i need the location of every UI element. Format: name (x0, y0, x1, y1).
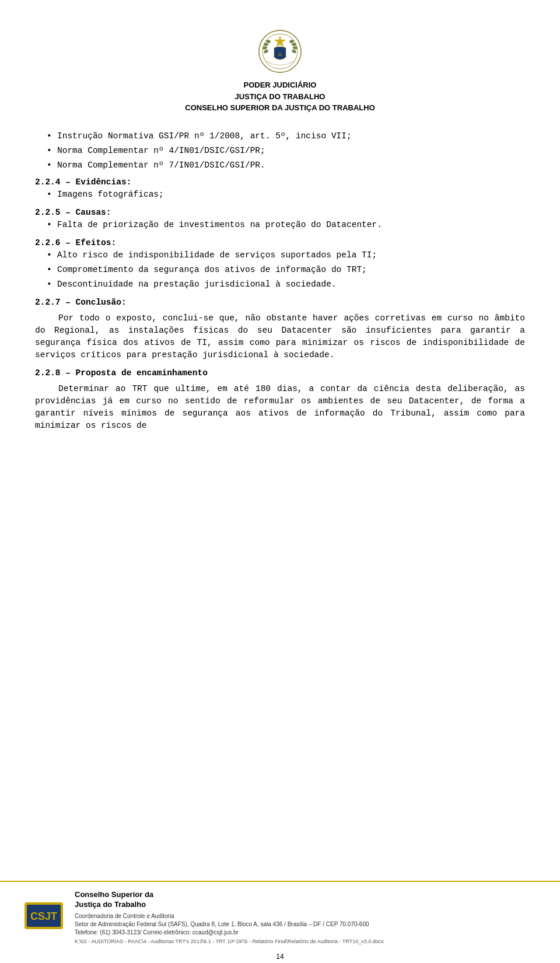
svg-text:⚖: ⚖ (278, 51, 282, 58)
page-footer: CSJT Conselho Superior da Justiça do Tra… (0, 881, 560, 949)
section-2-2-7-heading: 2.2.7 – Conclusão: (35, 298, 127, 307)
section-2-2-7-paragraph: Por todo o exposto, conclui-se que, não … (35, 312, 525, 361)
section-2-2-6-list: Alto risco de indisponibilidade de servi… (35, 249, 525, 291)
section-2-2-8-paragraph: Determinar ao TRT que ultime, em até 180… (35, 383, 525, 432)
section-2-2-6: 2.2.6 – Efeitos: Alto risco de indisponi… (35, 237, 525, 291)
svg-text:CSJT: CSJT (30, 910, 57, 922)
section-2-2-7-heading-line: 2.2.7 – Conclusão: (35, 296, 525, 309)
csjt-emblem: ⚖ (257, 29, 303, 76)
svg-point-6 (291, 49, 296, 54)
svg-point-2 (263, 49, 268, 54)
content-body: Instrução Normativa GSI/PR nº 1/2008, ar… (35, 130, 525, 432)
page-header: ⚖ PODER JUDICIÁRIO JUSTIÇA DO TRABALHO C… (35, 18, 525, 114)
footer-text-block: Conselho Superior da Justiça do Trabalho… (75, 890, 537, 944)
section-2-2-5: 2.2.5 – Causas: Falta de priorização de … (35, 207, 525, 231)
footer-logo: CSJT (23, 901, 64, 933)
svg-point-4 (264, 43, 268, 46)
section-2-2-4-heading: 2.2.4 – Evidências: (35, 177, 131, 187)
section-2-2-7: 2.2.7 – Conclusão: Por todo o exposto, c… (35, 296, 525, 361)
section-2-2-5-list: Falta de priorização de investimentos na… (35, 219, 525, 231)
section-2-2-5-heading: 2.2.5 – Causas: (35, 208, 111, 217)
section-2-2-6-item-3: Descontinuidade na prestação jurisdicion… (47, 278, 525, 291)
page-container: ⚖ PODER JUDICIÁRIO JUSTIÇA DO TRABALHO C… (0, 0, 560, 963)
section-2-2-8: 2.2.8 – Proposta de encaminhamento Deter… (35, 367, 525, 432)
page-number: 14 (0, 952, 560, 961)
header-title: PODER JUDICIÁRIO JUSTIÇA DO TRABALHO CON… (185, 79, 375, 114)
csjt-footer-logo-svg: CSJT (23, 901, 64, 930)
footer-coord: Coordenadoria de Controle e Auditoria Se… (75, 912, 537, 937)
bullet-item-1: Instrução Normativa GSI/PR nº 1/2008, ar… (47, 130, 525, 142)
intro-bullet-list: Instrução Normativa GSI/PR nº 1/2008, ar… (35, 130, 525, 172)
section-2-2-4-item-1: Imagens fotográficas; (47, 189, 525, 201)
svg-point-8 (292, 43, 296, 46)
bullet-item-2: Norma Complementar nº 4/IN01/DSIC/GSI/PR… (47, 145, 525, 157)
bullet-item-3: Norma Complementar nº 7/IN01/DSIC/GSI/PR… (47, 159, 525, 172)
section-2-2-4-list: Imagens fotográficas; (35, 189, 525, 201)
section-2-2-6-item-2: Comprometimento da segurança dos ativos … (47, 264, 525, 276)
section-2-2-5-item-1: Falta de priorização de investimentos na… (47, 219, 525, 231)
section-2-2-8-heading-line: 2.2.8 – Proposta de encaminhamento (35, 367, 525, 379)
section-2-2-8-heading: 2.2.8 – Proposta de encaminhamento (35, 368, 208, 378)
section-2-2-4: 2.2.4 – Evidências: Imagens fotográficas… (35, 176, 525, 201)
main-content: ⚖ PODER JUDICIÁRIO JUSTIÇA DO TRABALHO C… (0, 0, 560, 881)
svg-marker-10 (274, 35, 286, 47)
footer-org-name: Conselho Superior da Justiça do Trabalho (75, 890, 537, 910)
section-2-2-6-item-1: Alto risco de indisponibilidade de servi… (47, 249, 525, 261)
section-2-2-6-heading: 2.2.6 – Efeitos: (35, 238, 116, 247)
footer-file-info: K:\02 - AUDITORIAS - PAAC\4 - Auditorias… (75, 938, 537, 944)
